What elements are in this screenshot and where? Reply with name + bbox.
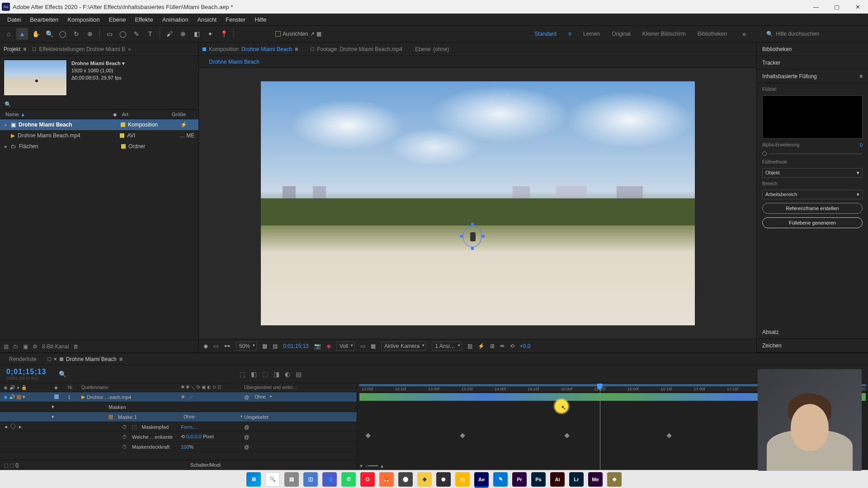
toggle-switches-button[interactable]: Schalter/Modi xyxy=(54,462,357,468)
pixel-aspect-icon[interactable]: ▥ xyxy=(467,343,472,349)
stamp-tool[interactable]: ⊗ xyxy=(177,28,189,40)
firefox-icon[interactable]: 🦊 xyxy=(379,472,394,487)
guide-icon[interactable]: ▤ xyxy=(273,343,278,349)
flowchart-icon[interactable]: ⚮ xyxy=(500,343,505,349)
media-encoder-icon[interactable]: Me xyxy=(588,472,603,487)
keyframe-diamond[interactable] xyxy=(667,433,672,438)
timeline-icon[interactable]: ⊞ xyxy=(490,343,495,349)
workspace-original[interactable]: Original xyxy=(612,31,630,37)
snap-mode-icon[interactable]: ↗ xyxy=(310,31,315,37)
premiere-icon[interactable]: Pr xyxy=(512,472,527,487)
always-preview-icon[interactable]: ◉ xyxy=(203,343,208,349)
project-tab[interactable]: Projekt≡ xyxy=(4,46,26,52)
alpha-expansion-value[interactable]: 0 xyxy=(860,142,863,148)
content-aware-fill-tab[interactable]: Inhaltsbasierte Füllung xyxy=(762,73,817,80)
keyframe-diamond[interactable] xyxy=(460,433,465,438)
label-swatch[interactable] xyxy=(121,122,125,127)
col-type[interactable]: Art xyxy=(122,112,128,117)
channel-icon[interactable]: ◉ xyxy=(326,343,331,349)
col-name[interactable]: Name xyxy=(5,112,19,117)
workspace-standard[interactable]: Standard xyxy=(534,31,557,37)
label-col-icon[interactable]: ◆ xyxy=(113,112,117,117)
col-source-name[interactable]: Quellenname xyxy=(81,385,181,390)
opera-icon[interactable]: O xyxy=(360,472,375,487)
selection-tool[interactable]: ▲ xyxy=(16,28,28,40)
comp-breadcrumb[interactable]: Drohne Miami Beach xyxy=(199,56,756,68)
zoom-dropdown[interactable]: 50% xyxy=(236,342,257,351)
menu-fenster[interactable]: Fenster xyxy=(221,14,250,25)
snap-checkbox[interactable]: Ausrichten ↗ ▦ xyxy=(275,31,321,37)
mask-path-value[interactable]: Form… xyxy=(181,424,198,430)
keyframe-diamond[interactable] xyxy=(365,433,370,438)
absatz-panel-tab[interactable]: Absatz xyxy=(757,325,868,339)
fill-method-dropdown[interactable]: Objekt▾ xyxy=(762,168,863,178)
project-search[interactable]: 🔍 xyxy=(0,99,198,109)
render-queue-tab[interactable]: Renderliste xyxy=(9,356,37,362)
mask-feather-value[interactable]: 0,0,0,0 xyxy=(186,434,202,439)
taskbar-search[interactable]: 🔍 xyxy=(265,472,280,487)
timeline-search[interactable]: 🔍 xyxy=(59,371,240,378)
workspace-overflow[interactable]: » xyxy=(739,30,750,38)
menu-bearbeiten[interactable]: Bearbeiten xyxy=(25,14,63,25)
snapshot-icon[interactable]: 📷 xyxy=(314,343,321,349)
menu-ansicht[interactable]: Ansicht xyxy=(193,14,221,25)
resolution-dropdown[interactable]: Voll xyxy=(336,342,355,351)
comp-name-label[interactable]: Drohne Miami Beach ▾ xyxy=(71,60,125,67)
mask-path-row[interactable]: ◂▸ ⏱ ⬚ Maskenpfad Form… @ xyxy=(0,422,357,432)
menu-komposition[interactable]: Komposition xyxy=(63,14,104,25)
teams-icon[interactable]: 👥 xyxy=(322,472,337,487)
minimize-button[interactable]: — xyxy=(806,0,826,14)
generate-fill-layer-button[interactable]: Füllebene generieren xyxy=(762,217,863,228)
interpret-icon[interactable]: ▥ xyxy=(4,343,9,350)
tracker-panel-tab[interactable]: Tracker xyxy=(757,56,868,70)
mask-opacity-value[interactable]: 100 xyxy=(181,444,189,450)
workspace-bibliotheken[interactable]: Bibliotheken xyxy=(698,31,727,37)
create-reference-frame-button[interactable]: Referenzframe erstellen xyxy=(762,203,863,214)
roi-icon[interactable]: ▭ xyxy=(360,343,365,349)
label-swatch[interactable] xyxy=(120,133,124,138)
add-keyframe-button[interactable] xyxy=(10,423,16,429)
task-view[interactable]: ▤ xyxy=(284,472,299,487)
playhead[interactable] xyxy=(600,383,600,470)
zoom-slider[interactable]: ○━━━ xyxy=(365,463,378,469)
comp-mini-flowchart-icon[interactable]: ⬚ xyxy=(240,371,245,378)
app-icon-generic[interactable]: ⬤ xyxy=(398,472,413,487)
views-dropdown[interactable]: 1 Ansi… xyxy=(432,342,462,351)
sort-icon[interactable]: ▲ xyxy=(20,112,25,117)
rect-tool[interactable]: ▭ xyxy=(104,28,115,40)
label-swatch[interactable] xyxy=(121,144,126,149)
draft3d-icon[interactable]: ◧ xyxy=(251,371,257,378)
expression-pickwhip-icon[interactable]: @ xyxy=(244,424,249,430)
explorer-icon[interactable]: 🗀 xyxy=(455,472,470,487)
draft-icon[interactable]: ▭ xyxy=(213,343,218,349)
project-item-footage[interactable]: ▶ Drohne Miami Beach.mp4 AVI … ME xyxy=(0,130,198,141)
fast-preview-icon[interactable]: ⚡ xyxy=(478,343,485,349)
app-icon-blue[interactable]: ✎ xyxy=(493,472,508,487)
mask-selection-overlay[interactable] xyxy=(460,223,485,250)
menu-effekte[interactable]: Effekte xyxy=(130,14,157,25)
mask-feather-row[interactable]: ⏱ Weiche …enkante ⟲ 0,0,0,0 Pixel @ xyxy=(0,432,357,442)
effect-controls-tab[interactable]: Effekteinstellungen Drohne Miami B » xyxy=(33,46,131,52)
workspace-menu-icon[interactable]: ≡ xyxy=(568,31,571,37)
next-keyframe-icon[interactable]: ▸ xyxy=(18,424,23,430)
new-folder-icon[interactable]: 🗀 xyxy=(13,343,19,350)
alpha-expansion-slider[interactable] xyxy=(762,151,863,156)
footage-viewer-tab[interactable]: Footage Drohne Miami Beach.mp4 xyxy=(311,46,402,52)
flowchart-icon[interactable]: ⚡ xyxy=(180,122,187,128)
pen-tool[interactable]: ✎ xyxy=(131,28,142,40)
widgets-button[interactable]: ◫ xyxy=(303,472,318,487)
mask-inverted-label[interactable]: Umgekehrt xyxy=(244,414,269,420)
eraser-tool[interactable]: ◧ xyxy=(191,28,203,40)
app-icon-generic[interactable]: ◆ xyxy=(417,472,432,487)
prev-keyframe-icon[interactable]: ◂ xyxy=(4,424,8,430)
menu-hilfe[interactable]: Hilfe xyxy=(250,14,271,25)
project-item-folder[interactable]: ▸🗀 Flächen Ordner xyxy=(0,141,198,152)
workspace-kleiner[interactable]: Kleiner Bildschirm xyxy=(642,31,686,37)
graph-editor-icon[interactable]: ▤ xyxy=(296,371,302,378)
parent-pickwhip-icon[interactable]: @ xyxy=(244,394,249,400)
roto-tool[interactable]: ✦ xyxy=(204,28,216,40)
panel-menu-icon[interactable]: ≡ xyxy=(859,73,863,80)
motion-blur-icon[interactable]: ◐ xyxy=(285,371,290,378)
expression-pickwhip-icon[interactable]: @ xyxy=(244,434,249,440)
workspace-lernen[interactable]: Lernen xyxy=(583,31,600,37)
